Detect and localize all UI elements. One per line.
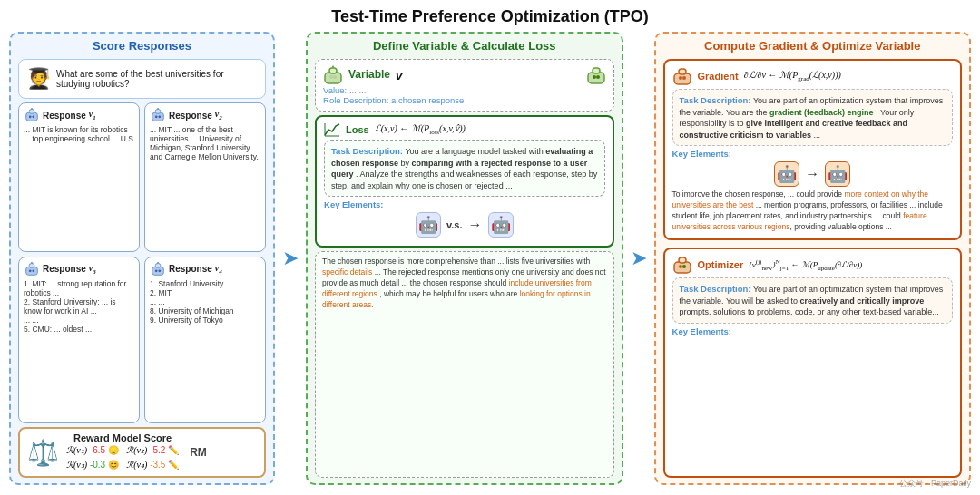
svg-point-21 — [158, 269, 161, 272]
loss-label: Loss — [346, 124, 369, 135]
loss-formula: ℒ(x,v) ← ℳ(Ploss(x,v,v̂)) — [375, 123, 466, 136]
response-v3: Response v3 1. MIT: ... strong reputatio… — [18, 257, 140, 424]
col2-title: Define Variable & Calculate Loss — [315, 39, 614, 53]
grad-arrow-icon: → — [805, 166, 819, 182]
svg-point-27 — [333, 75, 337, 79]
optimizer-formula: {v(j)new}Nj=1 ← ℳ(Pupdate(∂ℒ/∂v)) — [749, 258, 862, 272]
define-variable-column: Define Variable & Calculate Loss Variabl… — [306, 32, 623, 485]
svg-point-32 — [593, 75, 596, 79]
r1-sub: v1 — [89, 109, 96, 121]
col1-title: Score Responses — [18, 39, 266, 53]
svg-point-20 — [155, 269, 158, 272]
svg-rect-30 — [588, 73, 604, 83]
svg-rect-7 — [155, 110, 160, 114]
response-v2: Response v2 ... MIT ... one of the best … — [144, 102, 266, 252]
svg-point-14 — [29, 269, 32, 272]
loss-key-elements: Key Elements: — [324, 199, 605, 209]
svg-point-33 — [596, 75, 600, 79]
reward-scores: ℛ(v₁) -6.5 😞 ℛ(v₂) -5.2 ✏️ ℛ(v₃) -0.3 😊 … — [66, 443, 179, 472]
r4-sub: v4 — [215, 263, 222, 276]
arrow-col2-col3: ➤ — [631, 247, 647, 270]
svg-point-38 — [679, 76, 682, 80]
r1-label: Response — [43, 111, 86, 121]
reward-title: Reward Model Score — [66, 432, 179, 443]
r4-label: Response — [169, 264, 212, 274]
svg-rect-36 — [674, 73, 691, 84]
svg-rect-40 — [674, 262, 691, 273]
svg-point-23 — [157, 261, 159, 263]
svg-point-15 — [32, 269, 34, 272]
r1-text: ... MIT is known for its robotics ... to… — [24, 125, 134, 152]
person-question-icon: 🧑‍🎓 — [26, 67, 51, 91]
arrow-right-icon: → — [468, 217, 483, 233]
compute-gradient-column: Compute Gradient & Optimize Variable Gra… — [654, 32, 972, 485]
gradient-label: Gradient — [698, 71, 739, 82]
variable-label: Variable — [348, 68, 390, 81]
r2-text: ... MIT ... one of the best universities… — [150, 125, 260, 161]
variable-box: Variable v Value: ... ... Role Descripti… — [315, 59, 614, 112]
vs-text: v.s. — [446, 219, 463, 230]
svg-point-26 — [329, 75, 333, 79]
r4-text: 1. Stanford University 2. MIT ... ... 8.… — [150, 279, 260, 325]
variable-role: Role Description: a chosen response — [323, 95, 606, 105]
gradient-key-elements: Key Elements: — [672, 149, 954, 159]
watermark: 公众号 · PaperDaily — [899, 478, 971, 490]
svg-rect-25 — [329, 68, 337, 73]
result-robot-icon: 🤖 — [488, 212, 514, 238]
loss-box: Loss ℒ(x,v) ← ℳ(Ploss(x,v,v̂)) Task Desc… — [315, 115, 614, 248]
svg-point-3 — [32, 115, 34, 118]
main-title: Test-Time Preference Optimization (TPO) — [331, 7, 648, 26]
optimizer-box: Optimizer {v(j)new}Nj=1 ← ℳ(Pupdate(∂ℒ/∂… — [663, 248, 963, 478]
chosen-robot-icon: 🤖 — [416, 212, 441, 238]
r3-sub: v3 — [89, 263, 96, 276]
svg-rect-6 — [152, 112, 164, 121]
svg-point-9 — [158, 115, 161, 118]
gradient-robots-row: 🤖 → 🤖 — [672, 161, 954, 187]
variable-value: Value: ... ... — [323, 85, 606, 95]
r2-sub: v2 — [215, 109, 222, 121]
svg-rect-19 — [155, 263, 160, 267]
robots-vs-row: 🤖 v.s. → 🤖 — [324, 212, 605, 238]
svg-point-5 — [31, 108, 33, 110]
optimizer-label: Optimizer — [698, 259, 744, 270]
loss-chart-icon — [324, 122, 340, 137]
arrow-col1-col2: ➤ — [282, 247, 299, 270]
gradient-formula: ∂ℒ/∂v ← ℳ(Pgrad(ℒ(x,v))) — [744, 70, 841, 82]
svg-point-39 — [682, 76, 686, 80]
question-box: 🧑‍🎓 What are some of the best universiti… — [18, 59, 266, 99]
optimizer-key-elements: Key Elements: — [672, 326, 954, 336]
loss-bottom-text: The chosen response is more comprehensiv… — [315, 251, 614, 478]
r3-text: 1. MIT: ... strong reputation for roboti… — [24, 279, 134, 334]
svg-rect-13 — [29, 263, 34, 267]
improve-text: To improve the chosen response, ... coul… — [672, 189, 954, 233]
svg-point-17 — [31, 261, 33, 263]
variable-robot2-icon — [586, 65, 606, 85]
robot-icon-v2 — [150, 107, 166, 123]
svg-point-2 — [29, 115, 32, 118]
grad-robot1-icon: 🤖 — [774, 161, 799, 187]
reward-model-box: ⚖️ Reward Model Score ℛ(v₁) -6.5 😞 ℛ(v₂)… — [18, 427, 266, 478]
response-v4: Response v4 1. Stanford University 2. MI… — [144, 257, 266, 424]
svg-rect-31 — [593, 68, 600, 73]
robot-icon-v4 — [150, 261, 166, 277]
score-responses-column: Score Responses 🧑‍🎓 What are some of the… — [9, 32, 275, 485]
optimizer-task-desc: Task Description: You are part of an opt… — [672, 277, 954, 324]
optimizer-robot-icon — [672, 255, 692, 275]
svg-rect-41 — [679, 257, 686, 263]
gradient-box: Gradient ∂ℒ/∂v ← ℳ(Pgrad(ℒ(x,v))) Task D… — [663, 59, 963, 240]
svg-point-11 — [157, 108, 159, 110]
gradient-task-desc: Task Description: You are part of an opt… — [672, 89, 954, 146]
r3-label: Response — [43, 264, 86, 274]
scale-icon: ⚖️ — [27, 438, 59, 468]
grad-robot2-icon: 🤖 — [825, 161, 850, 187]
robot-icon-v1 — [24, 107, 40, 123]
variable-v: v — [396, 69, 402, 82]
svg-rect-24 — [325, 73, 341, 83]
responses-grid: Response v1 ... MIT is known for its rob… — [18, 102, 266, 423]
svg-point-43 — [682, 265, 686, 268]
question-text: What are some of the best universities f… — [56, 69, 258, 89]
svg-rect-1 — [29, 110, 34, 114]
svg-point-29 — [332, 66, 334, 68]
gradient-robot-icon — [672, 66, 692, 86]
svg-point-8 — [155, 115, 158, 118]
